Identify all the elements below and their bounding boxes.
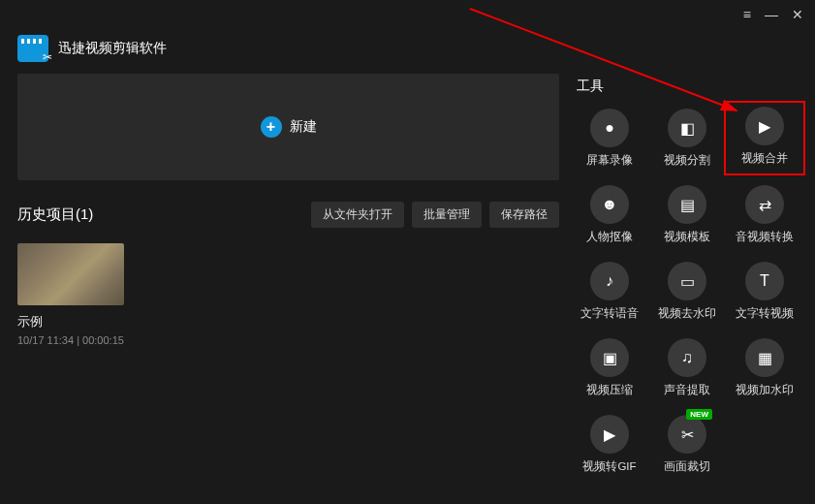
tool-item[interactable]: ✂画面裁切NEW bbox=[654, 415, 720, 474]
tool-icon: ● bbox=[590, 109, 629, 147]
tools-header: 工具 bbox=[577, 74, 798, 95]
tool-label: 声音提取 bbox=[664, 383, 710, 397]
tools-grid: ●屏幕录像◧视频分割▶视频合并☻人物抠像▤视频模板⇄音视频转换♪文字转语音▭视频… bbox=[577, 109, 798, 474]
project-name: 示例 bbox=[17, 313, 124, 331]
new-label: 新建 bbox=[290, 118, 317, 136]
history-header: 历史项目(1) 从文件夹打开 批量管理 保存路径 bbox=[17, 202, 559, 228]
tool-item[interactable]: T文字转视频 bbox=[732, 262, 798, 321]
tool-label: 视频压缩 bbox=[586, 383, 633, 397]
tool-item[interactable]: ●屏幕录像 bbox=[577, 109, 643, 168]
project-card[interactable]: 示例 10/17 11:34 | 00:00:15 bbox=[17, 243, 124, 346]
new-project-banner[interactable]: + 新建 bbox=[17, 74, 559, 180]
project-meta: 10/17 11:34 | 00:00:15 bbox=[17, 334, 124, 346]
tool-icon: ☻ bbox=[590, 185, 629, 224]
history-title: 历史项目(1) bbox=[17, 205, 93, 224]
tool-item[interactable]: ▤视频模板 bbox=[654, 185, 720, 244]
tool-icon: ♫ bbox=[668, 338, 706, 377]
tool-label: 文字转语音 bbox=[580, 306, 639, 321]
tool-icon: ♪ bbox=[590, 262, 629, 300]
tool-label: 画面裁切 bbox=[664, 459, 710, 474]
tool-icon: ▣ bbox=[590, 338, 629, 377]
tool-icon: ▭ bbox=[668, 262, 706, 300]
tool-label: 视频加水印 bbox=[736, 383, 794, 397]
batch-manage-button[interactable]: 批量管理 bbox=[412, 202, 482, 228]
tool-label: 视频合并 bbox=[741, 151, 788, 166]
menu-icon[interactable]: ≡ bbox=[743, 7, 751, 22]
tool-item[interactable]: ♫声音提取 bbox=[654, 338, 720, 397]
tool-label: 文字转视频 bbox=[736, 306, 794, 321]
tool-item[interactable]: ▭视频去水印 bbox=[654, 262, 720, 321]
project-thumbnail bbox=[17, 243, 124, 305]
tool-icon: ▤ bbox=[668, 185, 706, 224]
tool-item[interactable]: ☻人物抠像 bbox=[577, 185, 643, 244]
tool-label: 屏幕录像 bbox=[586, 153, 633, 168]
tool-label: 视频分割 bbox=[664, 153, 710, 168]
titlebar: ≡ — ✕ bbox=[0, 0, 815, 29]
tool-item[interactable]: ▶视频转GIF bbox=[577, 415, 643, 474]
close-button[interactable]: ✕ bbox=[792, 7, 803, 22]
tool-item[interactable]: ♪文字转语音 bbox=[577, 262, 643, 321]
minimize-button[interactable]: — bbox=[765, 7, 778, 22]
tool-icon: ◧ bbox=[668, 109, 706, 147]
tool-icon: T bbox=[745, 262, 784, 300]
tool-item[interactable]: ◧视频分割 bbox=[654, 109, 720, 168]
tool-item[interactable]: ▣视频压缩 bbox=[577, 338, 643, 397]
logo-row: 迅捷视频剪辑软件 bbox=[0, 29, 815, 74]
tool-icon: ✂ bbox=[668, 415, 706, 454]
tool-icon: ▶ bbox=[590, 415, 629, 454]
tool-item[interactable]: ▶视频合并 bbox=[728, 105, 801, 172]
new-badge: NEW bbox=[686, 409, 712, 420]
tool-label: 视频去水印 bbox=[658, 306, 716, 321]
tool-label: 音视频转换 bbox=[736, 230, 794, 244]
open-from-folder-button[interactable]: 从文件夹打开 bbox=[311, 202, 404, 228]
app-logo-icon bbox=[17, 35, 48, 62]
plus-icon: + bbox=[261, 116, 282, 138]
tool-item[interactable]: ▦视频加水印 bbox=[732, 338, 798, 397]
tool-icon: ▦ bbox=[745, 338, 784, 377]
tool-icon: ⇄ bbox=[745, 185, 784, 224]
tool-label: 视频模板 bbox=[664, 230, 710, 244]
app-title: 迅捷视频剪辑软件 bbox=[58, 40, 167, 57]
tool-label: 人物抠像 bbox=[586, 230, 633, 244]
tool-icon: ▶ bbox=[745, 107, 784, 145]
tool-label: 视频转GIF bbox=[582, 459, 636, 474]
save-path-button[interactable]: 保存路径 bbox=[489, 202, 559, 228]
tool-item[interactable]: ⇄音视频转换 bbox=[732, 185, 798, 244]
